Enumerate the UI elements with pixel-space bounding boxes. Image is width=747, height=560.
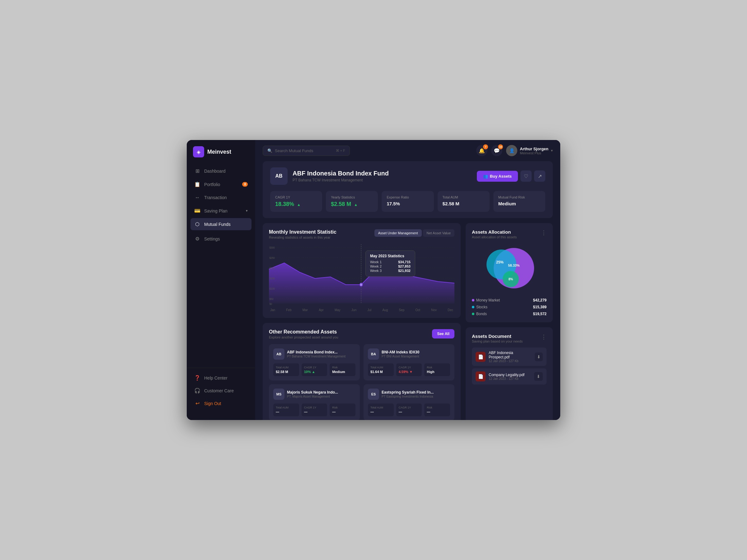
alloc-title-area: Assets Allocation Asset allocation of th… (472, 229, 517, 243)
tooltip-row-1: Week 1 $34,715 (370, 260, 411, 264)
card-header-row: Assets Allocation Asset allocation of th… (472, 229, 546, 243)
svg-text:$50: $50 (269, 297, 274, 300)
rec-stat-aum: Total AUM — (273, 403, 299, 416)
rec-company: PT Bahana TCW Investment Management (287, 355, 345, 358)
see-all-button[interactable]: See All (432, 329, 455, 339)
stat-risk: Mutual Fund Risk Medium (493, 191, 545, 212)
svg-text:58.33%: 58.33% (508, 264, 520, 267)
rec-stat-cagr: CAGR 1Y 4.59% ▼ (396, 364, 422, 376)
fund-avatar: AB (270, 167, 288, 185)
content-area: AB ABF Indonesia Bond Index Fund PT Baha… (255, 161, 560, 420)
legend-label-bonds: Bonds (472, 312, 487, 316)
download-button-0[interactable]: ⬇ (535, 352, 543, 361)
download-button-1[interactable]: ⬇ (534, 372, 543, 381)
rec-title-area: Other Recommended Assets Explore another… (269, 329, 338, 339)
mutual-funds-icon: ⬡ (194, 221, 201, 227)
chart-svg: $300 $250 $200 $150 $100 $50 $0 (269, 244, 455, 306)
rec-item-1[interactable]: BA BNI-AM Indeks IDX30 PT BNI Asset Mana… (364, 344, 455, 380)
sidebar-item-label: Sign Out (204, 401, 221, 406)
sidebar-item-label: Saving Plan (204, 209, 228, 213)
user-details: Arthur Sjorgen Meinvest Plus (520, 146, 548, 155)
pdf-icon: 📄 (475, 352, 486, 362)
rec-avatar: ES (368, 389, 379, 400)
fund-header-card: AB ABF Indonesia Bond Index Fund PT Baha… (263, 161, 553, 218)
stat-label: Mutual Fund Risk (498, 195, 540, 199)
svg-text:$200: $200 (269, 266, 275, 270)
rec-name: ABF Indonesia Bond Index... (287, 350, 345, 355)
legend-label-money-market: Money Market (472, 298, 500, 302)
sidebar-bottom: ❓ Help Center 🎧 Customer Care ↩ Sign Out (187, 368, 255, 414)
rec-item-3[interactable]: ES Eastspring Syariah Fixed In... PT Eas… (364, 384, 455, 420)
sidebar-item-label: Customer Care (204, 388, 234, 393)
allocation-card: Assets Allocation Asset allocation of th… (466, 223, 553, 322)
portfolio-icon: 📋 (194, 181, 201, 187)
rec-header: Other Recommended Assets Explore another… (269, 329, 455, 339)
rec-subtitle: Explore another prospected asset around … (269, 336, 338, 339)
sidebar-item-signout[interactable]: ↩ Sign Out (190, 397, 252, 409)
legend-value: $15,389 (533, 305, 546, 309)
help-icon: ❓ (194, 375, 201, 381)
sidebar: ◈ Meinvest ⊞ Dashboard 📋 Portfolio 8 ↔ T… (187, 140, 255, 420)
rec-stats: Total AUM — CAGR 1Y — Risk (368, 403, 450, 416)
rec-stat-cagr: CAGR 1Y — (302, 403, 328, 416)
more-menu-icon[interactable]: ⋮ (541, 229, 546, 236)
buy-assets-button[interactable]: 👥 Buy Assets (477, 171, 518, 182)
rec-info: Majoris Sukuk Negara Indo... PT. Majoris… (287, 390, 338, 399)
recommended-card: Other Recommended Assets Explore another… (263, 323, 461, 420)
svg-text:$150: $150 (269, 276, 275, 280)
chart-title: Monthly Investment Statistic (269, 229, 336, 235)
sidebar-item-portfolio[interactable]: 📋 Portfolio 8 (190, 178, 252, 190)
user-chevron-icon: ▾ (551, 149, 553, 153)
rec-item-header: ES Eastspring Syariah Fixed In... PT Eas… (368, 389, 450, 400)
rec-info: Eastspring Syariah Fixed In... PT Eastsp… (382, 390, 434, 399)
tab-nav[interactable]: Net Asset Value (423, 229, 455, 237)
transaction-icon: ↔ (194, 195, 201, 201)
rec-stat-aum: Total AUM $2.58 M (273, 364, 299, 376)
more-menu-icon[interactable]: ⋮ (541, 334, 546, 340)
bell-button[interactable]: 🔔 7 (476, 145, 487, 156)
search-placeholder: Search Mutual Funds (275, 149, 313, 153)
sidebar-item-help[interactable]: ❓ Help Center (190, 372, 252, 384)
sidebar-item-dashboard[interactable]: ⊞ Dashboard (190, 165, 252, 177)
stat-value: $2.58 M (443, 201, 485, 206)
search-box[interactable]: 🔍 Search Mutual Funds ⌘ + F (263, 145, 350, 156)
user-info[interactable]: 👤 Arthur Sjorgen Meinvest Plus ▾ (506, 145, 553, 156)
chevron-down-icon: ▾ (246, 209, 248, 213)
stat-value: 18.38% ▲ (275, 201, 317, 208)
svg-text:8%: 8% (509, 277, 513, 281)
rec-title: Other Recommended Assets (269, 329, 338, 335)
bell-badge: 7 (483, 144, 488, 149)
sidebar-item-saving-plan[interactable]: 💳 Saving Plan ▾ (190, 205, 252, 217)
rec-name: Eastspring Syariah Fixed In... (382, 390, 434, 395)
avatar: 👤 (506, 145, 517, 156)
rec-item-2[interactable]: MS Majoris Sukuk Negara Indo... PT. Majo… (269, 384, 360, 420)
main-content: 🔍 Search Mutual Funds ⌘ + F 🔔 7 💬 10 👤 A… (255, 140, 560, 420)
care-icon: 🎧 (194, 388, 201, 394)
tab-aum[interactable]: Asset Under Management (375, 229, 422, 237)
up-arrow-icon: ▲ (354, 203, 358, 207)
doc-info: Company Legality.pdf 12 Jan 2023 - 127 K… (489, 373, 524, 380)
rec-info: BNI-AM Indeks IDX30 PT BNI Asset Managem… (382, 350, 419, 358)
sidebar-item-settings[interactable]: ⚙ Settings (190, 233, 252, 245)
rec-stat-aum: Total AUM $1.64 M (368, 364, 394, 376)
venn-svg: 58.33% 25% 8% (478, 243, 540, 293)
sidebar-item-mutual-funds[interactable]: ⬡ Mutual Funds (190, 218, 252, 230)
rec-stat-cagr: CAGR 1Y 10% ▲ (302, 364, 328, 376)
sidebar-item-care[interactable]: 🎧 Customer Care (190, 384, 252, 397)
sidebar-item-label: Transaction (204, 195, 227, 200)
svg-text:$250: $250 (269, 256, 275, 260)
sidebar-item-label: Mutual Funds (204, 222, 231, 227)
rec-item-header: BA BNI-AM Indeks IDX30 PT BNI Asset Mana… (368, 348, 450, 359)
rec-item-header: MS Majoris Sukuk Negara Indo... PT. Majo… (273, 389, 356, 400)
legend-row-1: Stocks $15,389 (472, 305, 546, 309)
right-col: Assets Allocation Asset allocation of th… (466, 223, 553, 420)
rec-item-0[interactable]: AB ABF Indonesia Bond Index... PT Bahana… (269, 344, 360, 380)
rec-name: BNI-AM Indeks IDX30 (382, 350, 419, 355)
legend-label-stocks: Stocks (472, 305, 487, 309)
chart-subtitle: Revealing statistics of assets in this y… (269, 236, 336, 239)
sidebar-item-label: Portfolio (204, 182, 220, 187)
sidebar-item-transaction[interactable]: ↔ Transaction (190, 192, 252, 204)
chat-button[interactable]: 💬 10 (491, 145, 503, 156)
share-button[interactable]: ↗ (534, 170, 545, 182)
favorite-button[interactable]: ♡ (520, 170, 532, 182)
